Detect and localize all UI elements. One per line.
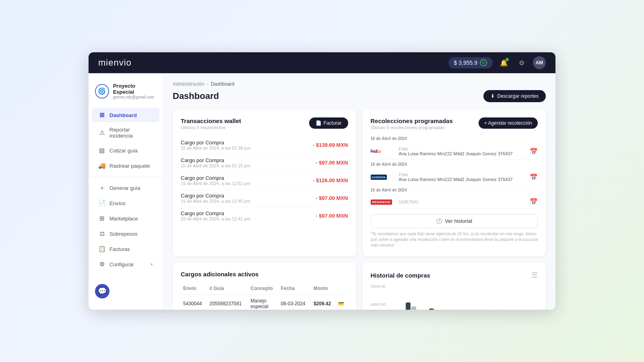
tx-date: 15 de Abril de 2024, a las 01:25 pm — [181, 163, 250, 168]
cargos-card-title: Cargos adicionales activos — [181, 271, 258, 278]
sidebar-label-configurar: Configurar — [109, 261, 134, 267]
y-label-2: 40000.00 — [371, 302, 386, 306]
breadcrumb-separator: › — [207, 81, 208, 87]
tx-label: Cargo por Compra — [181, 157, 250, 163]
facturar-button[interactable]: 📄 Facturar — [309, 117, 348, 129]
sidebar-item-generar-guia[interactable]: ＋ Generar guía — [92, 181, 159, 195]
sidebar-item-configurar[interactable]: ⚙ Configurar ▾ — [92, 257, 159, 272]
sidebar-label-envios: Envíos — [109, 200, 126, 206]
weight-icon: ⚖ — [98, 230, 105, 237]
folio-value: Ana Luisa Ramirez Mm222 Mdd2 Joaquin Gom… — [399, 177, 526, 182]
sidebar-item-reportar-incidencia[interactable]: ⚠ Reportar incidencia — [92, 123, 159, 142]
sidebar-label-dashboard: Dashboard — [109, 112, 137, 118]
sidebar-item-sobrepesos[interactable]: ⚖ Sobrepesos — [92, 226, 159, 241]
top-bar: mienvio $ 3,955.9 ↻ 🔔 ⚙ AM — [89, 52, 555, 73]
page-header: Dashboard ⬇ Descargar reportes — [173, 90, 546, 102]
recolecciones-card-title: Recolecciones programadas — [371, 117, 453, 124]
calendar-icon[interactable]: 📅 — [530, 173, 538, 181]
sidebar-chat: 💬 — [89, 279, 163, 303]
download-icon: ⬇ — [491, 93, 495, 99]
rec-date-3: 15 de Abril de 2024 — [371, 188, 538, 192]
breadcrumb-parent: Administración — [173, 81, 204, 87]
chat-button[interactable]: 💬 — [95, 284, 109, 298]
cargo-card-icon: 💳 — [336, 295, 348, 310]
alert-icon: ⚠ — [98, 129, 105, 136]
marketplace-icon: ⊞ — [98, 215, 105, 222]
transaction-row: Cargo por Compra 15 de Abril de 2024, a … — [181, 172, 348, 189]
chart-bars — [394, 284, 535, 310]
tx-label: Cargo por Compra — [181, 193, 250, 199]
chevron-down-icon: ▾ — [151, 262, 153, 267]
sidebar-item-cotizar-guia[interactable]: ▤ Cotizar guía — [92, 143, 159, 158]
tx-amount: - $126.00 MXN — [313, 177, 348, 183]
facturar-icon: 📄 — [316, 120, 322, 126]
recolecciones-card: Recolecciones programadas Últimas 5 reco… — [363, 109, 546, 256]
page-title: Dashboard — [173, 91, 219, 101]
tx-label: Cargo por Compra — [181, 175, 250, 181]
chart-y-labels: 50000.00 40000.00 30000.00 — [371, 284, 386, 310]
sidebar-label-rastrear: Rastrear paquete — [109, 163, 150, 169]
cargo-fecha: 08-03-2024 — [278, 295, 311, 310]
transaction-row: Cargo por Compra 15 de Abril de 2024, a … — [181, 154, 348, 172]
sidebar-item-rastrear-paquete[interactable]: 🚚 Rastrear paquete — [92, 158, 159, 173]
notification-dot — [506, 58, 509, 61]
breadcrumb: Administración › Dashboard — [173, 81, 546, 87]
recoleccion-row: estafeta Folio Ana Luisa Ramirez Mm222 M… — [371, 169, 538, 185]
col-fecha: Fecha — [278, 284, 311, 295]
recoleccion-row: REDENVIO 14357941 📅 — [371, 195, 538, 209]
refresh-icon[interactable]: ↻ — [480, 59, 487, 66]
notifications-button[interactable]: 🔔 — [497, 56, 510, 69]
grid-icon: ▤ — [98, 147, 105, 154]
calendar-icon[interactable]: 📅 — [530, 198, 538, 206]
tx-date: 15 de Abril de 2024, a las 12:45 pm — [181, 199, 250, 204]
historial-card: Historial de compras ☰ 50000.00 40000.00… — [363, 263, 546, 310]
sidebar-item-marketplace[interactable]: ⊞ Marketplace — [92, 211, 159, 226]
balance-badge[interactable]: $ 3,955.9 ↻ — [448, 57, 493, 68]
menu-icon[interactable]: ☰ — [531, 271, 538, 280]
cargo-concepto: Manejoespecial — [248, 295, 279, 310]
recolecciones-card-subtitle: Últimas 5 recolecciones programadas — [371, 125, 453, 130]
download-reports-button[interactable]: ⬇ Descargar reportes — [483, 90, 546, 102]
recoleccion-info: 14357941 — [399, 200, 526, 204]
config-icon: ⚙ — [98, 261, 105, 268]
sidebar-item-facturas[interactable]: 📋 Facturas — [92, 242, 159, 256]
breadcrumb-current: Dashboard — [211, 81, 235, 87]
main-layout: 🌀 Proyecto Especial gomez.rdz@gmail.com … — [89, 73, 555, 310]
historial-card-header: Historial de compras ☰ — [371, 271, 538, 280]
col-action — [336, 284, 348, 295]
profile-info: Proyecto Especial gomez.rdz@gmail.com — [113, 83, 156, 99]
tx-amount: - $97.00 MXN — [316, 195, 348, 201]
settings-button[interactable]: ⚙ — [515, 56, 528, 69]
y-label-1: 50000.00 — [371, 284, 386, 288]
ver-historial-button[interactable]: 🕐 Ver historial — [371, 214, 538, 228]
sidebar: 🌀 Proyecto Especial gomez.rdz@gmail.com … — [89, 73, 163, 310]
balance-amount: $ 3,955.9 — [454, 60, 477, 66]
bar-group — [429, 309, 440, 310]
sidebar-label-cotizar: Cotizar guía — [109, 148, 138, 154]
rec-date-2: 16 de Abril de 2024 — [371, 162, 538, 167]
avatar[interactable]: AM — [533, 56, 546, 69]
sidebar-item-dashboard[interactable]: ⊞ Dashboard — [92, 108, 159, 122]
home-icon: ⊞ — [98, 111, 105, 119]
tx-date: 15 de Abril de 2024, a las 01:38 pm — [181, 146, 250, 150]
agendar-recoleccion-button[interactable]: + Agendar recolección — [479, 117, 538, 129]
cargo-envio: 5430044 — [181, 295, 207, 310]
folio-label: Folio — [399, 172, 526, 177]
truck-icon: 🚚 — [98, 162, 105, 169]
recoleccion-info: Folio Ana Luisa Ramirez Mm222 Mdd2 Joaqu… — [399, 146, 526, 156]
sidebar-label-marketplace: Marketplace — [109, 216, 138, 222]
bar-light — [411, 306, 416, 310]
tx-date: 15 de Abril de 2024, a las 12:41 pm — [181, 216, 250, 221]
recolecciones-card-header: Recolecciones programadas Últimas 5 reco… — [371, 117, 538, 130]
wallet-card: Transacciones wallet Últimos 5 movimient… — [173, 109, 356, 256]
tx-amount: - $97.00 MXN — [316, 160, 348, 166]
col-monto: Monto — [311, 284, 336, 295]
history-icon: 🕐 — [436, 218, 442, 224]
logo: mienvio — [98, 58, 132, 68]
fedex-logo: FedEx — [371, 149, 395, 154]
sidebar-item-envios[interactable]: 📄 Envíos — [92, 196, 159, 210]
calendar-icon[interactable]: 📅 — [530, 148, 538, 155]
bar-dark — [429, 309, 434, 310]
transaction-row: Cargo por Compra 15 de Abril de 2024, a … — [181, 136, 348, 154]
tx-date: 15 de Abril de 2024, a las 12:51 pm — [181, 181, 250, 186]
